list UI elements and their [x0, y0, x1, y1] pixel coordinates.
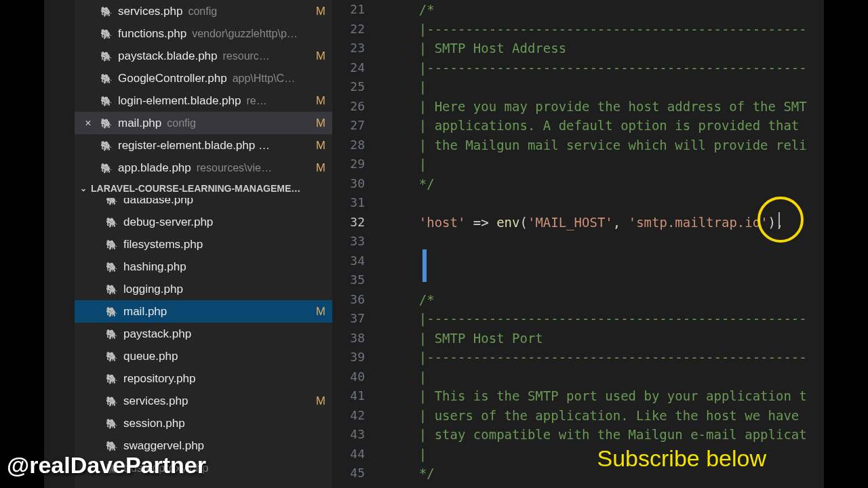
open-editor-item[interactable]: ×🐘GoogleController.php app\Http\C… [75, 67, 332, 89]
file-item[interactable]: 🐘debug-server.php [75, 211, 332, 233]
git-status: M [316, 161, 326, 175]
file-name: database.php [123, 198, 193, 207]
code-line[interactable]: | Here you may provide the host address … [388, 97, 824, 117]
code-line[interactable]: 'host' => env('MAIL_HOST', 'smtp.mailtra… [388, 213, 824, 232]
code-line[interactable]: | [388, 155, 824, 174]
file-path: re… [246, 95, 267, 107]
code-line[interactable]: */ [388, 174, 824, 194]
open-editors: ×🐘services.php configM×🐘functions.php ve… [75, 0, 332, 179]
code-line[interactable]: | SMTP Host Port [388, 329, 824, 348]
file-name: GoogleController.php [118, 72, 227, 85]
line-number: 21 [332, 0, 365, 20]
file-item[interactable]: 🐘repository.php [75, 367, 332, 390]
php-file-icon: 🐘 [106, 441, 118, 451]
code-line[interactable] [388, 251, 824, 271]
code-line[interactable]: | the Mailgun mail service which will pr… [388, 136, 824, 155]
file-item[interactable]: 🐘logging.php [75, 278, 332, 300]
file-item[interactable]: 🐘session.php [75, 412, 332, 434]
close-icon[interactable]: × [81, 117, 95, 129]
code-line[interactable] [388, 232, 824, 251]
file-name: queue.php [123, 350, 178, 363]
file-item[interactable]: 🐘database.php [75, 198, 332, 211]
line-number: 39 [332, 348, 365, 367]
file-item[interactable]: 🐘filesystems.php [75, 233, 332, 256]
php-file-icon: 🐘 [106, 217, 118, 228]
code-line[interactable]: |---------------------------------------… [388, 348, 824, 367]
file-name: app.blade.php [118, 161, 191, 175]
file-name: services.php [123, 394, 188, 408]
code-line[interactable]: | This is the SMTP port used by your app… [388, 386, 824, 406]
file-list: 🐘database.php🐘debug-server.php🐘filesyste… [75, 198, 332, 479]
line-number: 45 [332, 464, 365, 483]
php-file-icon: 🐘 [106, 396, 118, 407]
line-number: 40 [332, 367, 365, 387]
line-number: 36 [332, 290, 365, 310]
open-editor-item[interactable]: ×🐘functions.php vendor\guzzlehttp\p… [75, 22, 332, 45]
code-line[interactable]: | [388, 77, 824, 97]
open-editor-item[interactable]: ×🐘mail.php configM [75, 112, 332, 134]
line-number: 42 [332, 406, 365, 426]
php-file-icon: 🐘 [100, 96, 113, 106]
open-editor-item[interactable]: ×🐘register-element.blade.php …M [75, 134, 332, 157]
git-status: M [316, 5, 326, 18]
line-number: 25 [332, 77, 365, 97]
open-editor-item[interactable]: ×🐘paystack.blade.php resourc…M [75, 45, 332, 67]
line-number: 34 [332, 251, 365, 271]
php-file-icon: 🐘 [106, 284, 118, 295]
git-status: M [316, 394, 326, 408]
open-editor-item[interactable]: ×🐘login-element.blade.php re…M [75, 89, 332, 112]
code-line[interactable]: | users of the application. Like the hos… [388, 406, 824, 426]
git-status: M [316, 117, 326, 130]
code-line[interactable]: /* [388, 290, 824, 310]
file-item[interactable]: 🐘hashing.php [75, 256, 332, 278]
code-editor[interactable]: /* |------------------------------------… [380, 0, 824, 488]
line-number: 27 [332, 116, 365, 136]
php-file-icon: 🐘 [100, 163, 113, 174]
code-line[interactable] [388, 193, 824, 213]
file-name: filesystems.php [123, 238, 203, 251]
php-file-icon: 🐘 [100, 51, 113, 62]
php-file-icon: 🐘 [106, 351, 118, 362]
file-name: swaggervel.php [123, 439, 204, 453]
php-file-icon: 🐘 [100, 118, 113, 129]
code-line[interactable]: | [388, 367, 824, 387]
code-line[interactable]: | SMTP Host Address [388, 39, 824, 58]
file-name: functions.php [118, 27, 186, 41]
php-file-icon: 🐘 [100, 73, 113, 84]
line-number: 29 [332, 155, 365, 174]
git-status: M [316, 305, 326, 319]
line-number: 31 [332, 193, 365, 213]
file-name: paystack.blade.php [118, 49, 218, 63]
file-item[interactable]: 🐘services.phpM [75, 390, 332, 412]
open-editor-item[interactable]: ×🐘services.php configM [75, 0, 332, 22]
code-line[interactable]: | stay compatible with the Mailgun e-mai… [388, 425, 824, 445]
git-status: M [316, 49, 326, 63]
line-number: 26 [332, 97, 365, 117]
workspace: ×🐘services.php configM×🐘functions.php ve… [44, 0, 824, 488]
line-number: 28 [332, 136, 365, 155]
watermark-handle: @realDavePartner [7, 452, 206, 479]
code-line[interactable]: |---------------------------------------… [388, 20, 824, 39]
line-number: 35 [332, 270, 365, 290]
line-number: 37 [332, 309, 365, 329]
line-number: 44 [332, 445, 365, 464]
php-file-icon: 🐘 [106, 198, 118, 205]
open-editor-item[interactable]: ×🐘app.blade.php resources\vie…M [75, 157, 332, 179]
git-status: M [316, 94, 326, 108]
file-item[interactable]: 🐘paystack.php [75, 323, 332, 345]
code-line[interactable] [388, 270, 824, 290]
file-item[interactable]: 🐘mail.phpM [75, 300, 332, 323]
explorer-section-header[interactable]: ⌄ LARAVEL-COURSE-LEARNING-MANAGEME… [75, 179, 332, 198]
php-file-icon: 🐘 [100, 6, 113, 17]
line-number: 43 [332, 425, 365, 445]
line-number: 30 [332, 174, 365, 194]
code-line[interactable]: | applications. A default option is prov… [388, 116, 824, 136]
code-line[interactable]: |---------------------------------------… [388, 309, 824, 329]
line-number: 33 [332, 232, 365, 251]
line-number: 32 [332, 213, 365, 232]
file-item[interactable]: 🐘queue.php [75, 345, 332, 367]
code-line[interactable]: |---------------------------------------… [388, 58, 824, 78]
file-name: paystack.php [123, 327, 191, 341]
file-path: resources\vie… [197, 162, 272, 174]
code-line[interactable]: /* [388, 0, 824, 20]
